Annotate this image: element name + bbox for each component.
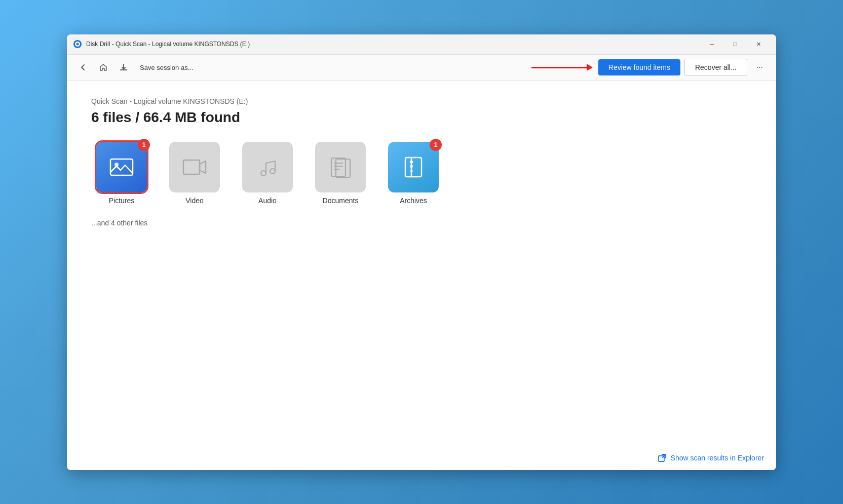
category-audio[interactable]: Audio: [237, 142, 298, 205]
video-icon: [169, 142, 220, 192]
archives-badge: 1: [430, 139, 442, 151]
app-icon: [73, 40, 82, 49]
category-video[interactable]: Video: [164, 142, 225, 205]
documents-icon-wrapper: [315, 142, 366, 192]
external-link-icon: [658, 453, 667, 462]
archives-icon-wrapper: 1: [388, 142, 439, 192]
svg-rect-13: [405, 158, 421, 177]
save-session-label: Save session as...: [136, 64, 527, 71]
svg-rect-17: [410, 170, 413, 172]
title-bar: Disk Drill - Quick Scan - Logical volume…: [67, 34, 776, 55]
maximize-button[interactable]: □: [723, 36, 747, 52]
svg-point-2: [76, 43, 79, 46]
pictures-label: Pictures: [109, 197, 135, 205]
scan-title: 6 files / 66.4 MB found: [91, 109, 752, 126]
close-button[interactable]: ✕: [747, 36, 770, 52]
main-content: Quick Scan - Logical volume KINGSTONSDS …: [67, 81, 776, 446]
categories-row: 1 Pictures Video: [91, 142, 752, 205]
footer: Show scan results in Explorer: [67, 446, 776, 470]
download-button[interactable]: [116, 59, 132, 75]
arrow-line: [531, 67, 592, 68]
svg-rect-9: [336, 159, 350, 177]
window-title: Disk Drill - Quick Scan - Logical volume…: [86, 41, 700, 48]
audio-label: Audio: [258, 197, 277, 205]
other-files-label: ...and 4 other files: [91, 219, 752, 227]
arrow-annotation: [531, 67, 592, 68]
video-label: Video: [185, 197, 204, 205]
documents-icon: [315, 142, 366, 192]
more-options-button[interactable]: ···: [751, 59, 768, 76]
home-button[interactable]: [95, 59, 111, 75]
toolbar-right: Review found items Recover all... ···: [531, 59, 768, 76]
audio-icon: [242, 142, 293, 192]
svg-rect-8: [331, 158, 346, 176]
svg-rect-3: [110, 159, 133, 175]
toolbar: Save session as... Review found items Re…: [67, 55, 776, 81]
back-button[interactable]: [75, 59, 91, 75]
category-documents[interactable]: Documents: [310, 142, 371, 205]
pictures-badge: 1: [138, 139, 150, 151]
svg-rect-5: [183, 160, 200, 174]
category-archives[interactable]: 1 Archives: [383, 142, 444, 205]
minimize-button[interactable]: ─: [700, 36, 723, 52]
documents-label: Documents: [323, 197, 359, 205]
window-controls: ─ □ ✕: [700, 36, 770, 52]
svg-point-7: [270, 169, 275, 174]
svg-point-6: [261, 171, 266, 176]
scan-subtitle: Quick Scan - Logical volume KINGSTONSDS …: [91, 97, 752, 105]
svg-rect-15: [410, 161, 413, 163]
app-window: Disk Drill - Quick Scan - Logical volume…: [67, 34, 776, 470]
audio-icon-wrapper: [242, 142, 293, 192]
show-scan-results-link[interactable]: Show scan results in Explorer: [658, 453, 764, 462]
svg-rect-16: [410, 165, 413, 168]
pictures-icon-wrapper: 1: [96, 142, 147, 192]
video-icon-wrapper: [169, 142, 220, 192]
recover-all-button[interactable]: Recover all...: [684, 59, 747, 76]
category-pictures[interactable]: 1 Pictures: [91, 142, 152, 205]
review-found-items-button[interactable]: Review found items: [598, 59, 680, 75]
archives-label: Archives: [400, 197, 427, 205]
show-scan-results-label: Show scan results in Explorer: [671, 454, 764, 462]
